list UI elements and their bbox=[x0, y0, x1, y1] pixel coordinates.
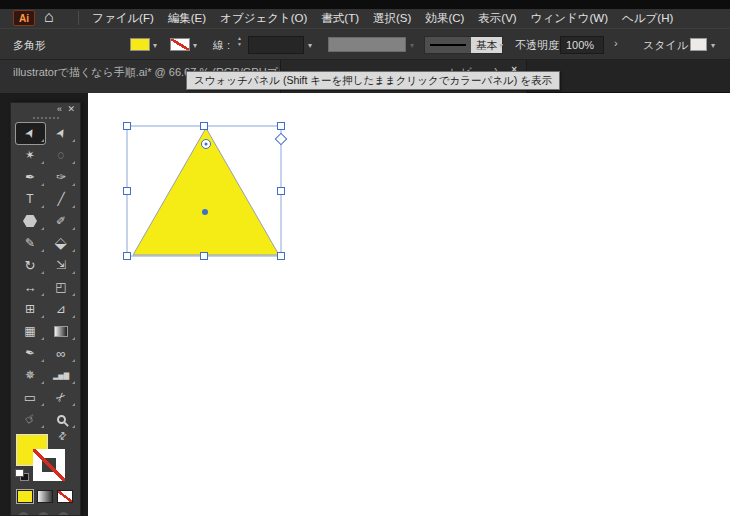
color-mode-buttons bbox=[17, 490, 73, 503]
draw-behind-button[interactable] bbox=[38, 512, 49, 516]
artboard-canvas[interactable] bbox=[88, 93, 730, 516]
hand-icon: ☞ bbox=[22, 411, 38, 427]
menu-help[interactable]: ヘルプ(H) bbox=[622, 11, 673, 26]
menu-object[interactable]: オブジェクト(O) bbox=[220, 11, 307, 26]
menu-edit[interactable]: 編集(E) bbox=[168, 11, 206, 26]
color-button[interactable] bbox=[17, 490, 33, 503]
tool-mesh[interactable]: ▦ bbox=[16, 321, 45, 342]
menu-select[interactable]: 選択(S) bbox=[373, 11, 411, 26]
tool-shaper[interactable]: ✎ bbox=[16, 233, 45, 254]
tool-polygon-shape[interactable] bbox=[16, 211, 45, 232]
stroke-profile-selector[interactable]: 基本 bbox=[424, 36, 503, 54]
rotate-icon: ↻ bbox=[25, 259, 36, 272]
tool-eraser[interactable]: ◪ bbox=[47, 233, 76, 254]
slice-icon: ✂ bbox=[53, 389, 69, 405]
selection-icon: ➤ bbox=[22, 126, 37, 141]
tool-hand[interactable]: ☞ bbox=[16, 409, 45, 430]
stroke-weight-stepper[interactable]: ▲ ▼ bbox=[237, 36, 242, 47]
tools-panel: « ✕ ➤➤✶◌✒✑T╱✐✎◪↻⇲↔◰⊞⊿▦✒∞✵▂▅▇▭✂☞ ⇄ bbox=[10, 102, 81, 516]
scale-icon: ⇲ bbox=[56, 259, 66, 271]
menu-file[interactable]: ファイル(F) bbox=[92, 11, 154, 26]
eyedropper-icon: ✒ bbox=[24, 346, 37, 360]
menubar-separator bbox=[78, 11, 79, 25]
stroke-weight-label: 線 : bbox=[213, 38, 230, 53]
tool-lasso[interactable]: ◌ bbox=[47, 145, 76, 166]
artboard-icon: ▭ bbox=[24, 391, 36, 404]
tool-artboard[interactable]: ▭ bbox=[16, 387, 45, 408]
stroke-profile-line-preview bbox=[430, 44, 466, 46]
tool-blend[interactable]: ∞ bbox=[47, 343, 76, 364]
workspace bbox=[0, 93, 730, 516]
home-icon[interactable]: ⌂ bbox=[44, 8, 54, 26]
tool-magic-wand[interactable]: ✶ bbox=[16, 145, 45, 166]
stroke-dropdown-icon[interactable]: ▾ bbox=[193, 41, 197, 50]
pen-icon: ✒ bbox=[25, 171, 35, 183]
opacity-panel-button[interactable]: › bbox=[614, 37, 618, 49]
tool-perspective-grid[interactable]: ⊿ bbox=[47, 299, 76, 320]
swap-fill-stroke-icon[interactable]: ⇄ bbox=[55, 429, 69, 443]
style-label: スタイル : bbox=[643, 38, 694, 53]
tool-free-transform[interactable]: ◰ bbox=[47, 277, 76, 298]
panel-close-icon[interactable]: ✕ bbox=[67, 104, 75, 115]
tool-paintbrush[interactable]: ✐ bbox=[47, 211, 76, 232]
tools-panel-header[interactable]: « ✕ bbox=[11, 103, 80, 116]
brush-dropdown-icon[interactable]: ▾ bbox=[410, 41, 414, 50]
lasso-icon: ◌ bbox=[57, 149, 64, 161]
eraser-icon: ◪ bbox=[53, 235, 68, 250]
gradient-button[interactable] bbox=[37, 490, 53, 503]
draw-normal-button[interactable] bbox=[18, 512, 29, 516]
app-logo-icon[interactable]: Ai bbox=[13, 10, 35, 26]
tool-rotate[interactable]: ↻ bbox=[16, 255, 45, 276]
menu-view[interactable]: 表示(V) bbox=[478, 11, 516, 26]
opacity-value-field[interactable]: 100% bbox=[560, 36, 604, 54]
tool-slice[interactable]: ✂ bbox=[47, 387, 76, 408]
draw-inside-button[interactable] bbox=[58, 512, 69, 516]
stroke-weight-field[interactable] bbox=[248, 36, 304, 54]
menu-type[interactable]: 書式(T) bbox=[321, 11, 359, 26]
tool-column-graph[interactable]: ▂▅▇ bbox=[47, 365, 76, 386]
menu-effect[interactable]: 効果(C) bbox=[425, 11, 464, 26]
shape-builder-icon: ⊞ bbox=[25, 303, 35, 315]
opacity-label: 不透明度 : bbox=[515, 38, 565, 53]
style-dropdown-icon[interactable]: ▾ bbox=[711, 41, 715, 50]
panel-grip[interactable] bbox=[33, 117, 59, 119]
stroke-profile-dropdown-icon[interactable]: ▾ bbox=[499, 41, 503, 50]
tool-selection[interactable]: ➤ bbox=[16, 123, 45, 144]
tool-eyedropper[interactable]: ✒ bbox=[16, 343, 45, 364]
menu-window[interactable]: ウィンドウ(W) bbox=[531, 11, 608, 26]
tool-zoom[interactable] bbox=[47, 409, 76, 430]
zoom-icon bbox=[57, 415, 66, 424]
shaper-icon: ✎ bbox=[25, 237, 35, 249]
stroke-color-indicator[interactable] bbox=[33, 449, 65, 481]
tool-curvature[interactable]: ✑ bbox=[47, 167, 76, 188]
tool-type[interactable]: T bbox=[16, 189, 45, 210]
blend-icon: ∞ bbox=[56, 347, 65, 360]
menu-items: ファイル(F)編集(E)オブジェクト(O)書式(T)選択(S)効果(C)表示(V… bbox=[92, 9, 673, 28]
type-icon: T bbox=[26, 193, 33, 205]
illustrator-window: Ai ⌂ ファイル(F)編集(E)オブジェクト(O)書式(T)選択(S)効果(C… bbox=[0, 0, 730, 516]
line-segment-icon: ╱ bbox=[57, 193, 64, 205]
style-swatch[interactable] bbox=[690, 38, 707, 51]
fill-dropdown-icon[interactable]: ▾ bbox=[153, 41, 157, 50]
stroke-color-swatch[interactable] bbox=[170, 38, 190, 51]
menu-bar: Ai ⌂ ファイル(F)編集(E)オブジェクト(O)書式(T)選択(S)効果(C… bbox=[0, 9, 730, 28]
polygon-shape-icon bbox=[23, 215, 37, 227]
panel-collapse-icon[interactable]: « bbox=[57, 104, 62, 115]
paintbrush-icon: ✐ bbox=[56, 215, 66, 227]
tool-shape-builder[interactable]: ⊞ bbox=[16, 299, 45, 320]
tool-symbol-sprayer[interactable]: ✵ bbox=[16, 365, 45, 386]
none-button[interactable] bbox=[57, 490, 73, 503]
brush-definition-preview[interactable] bbox=[328, 37, 406, 52]
stroke-weight-dropdown-icon[interactable]: ▾ bbox=[308, 41, 312, 50]
tool-width[interactable]: ↔ bbox=[16, 277, 45, 298]
fill-color-swatch[interactable] bbox=[130, 38, 150, 51]
tool-pen[interactable]: ✒ bbox=[16, 167, 45, 188]
stepper-down-icon[interactable]: ▼ bbox=[237, 42, 242, 47]
default-fill-stroke-icon[interactable] bbox=[15, 469, 29, 481]
tool-direct-selection[interactable]: ➤ bbox=[47, 123, 76, 144]
tool-line-segment[interactable]: ╱ bbox=[47, 189, 76, 210]
mesh-icon: ▦ bbox=[24, 325, 35, 337]
tool-scale[interactable]: ⇲ bbox=[47, 255, 76, 276]
tool-gradient[interactable] bbox=[47, 321, 76, 342]
title-bar bbox=[0, 0, 730, 9]
